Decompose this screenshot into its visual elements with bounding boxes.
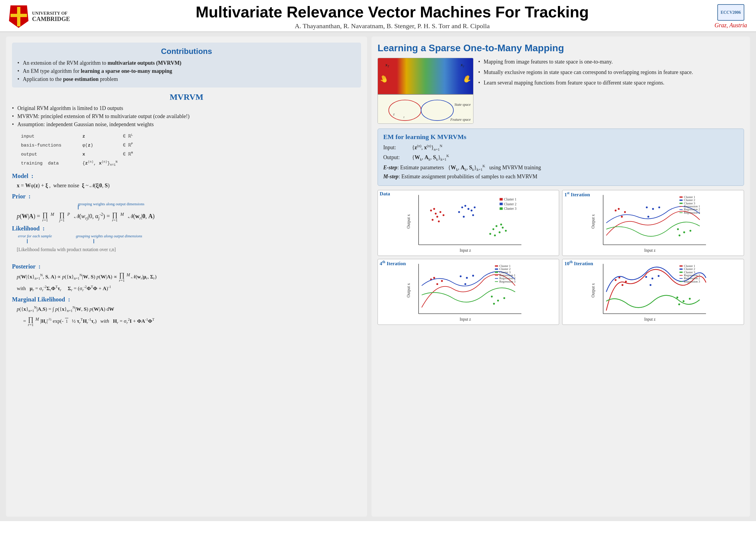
charts-grid: Data Input z Output x [378, 190, 744, 325]
svg-point-33 [494, 234, 496, 236]
contributions-title: Contributions [17, 47, 356, 56]
chart-10th-svg: Input z Output x Cluster 1 Cluster 2 Clu… [564, 261, 742, 323]
mapping-bullet-1: Mapping from image features to state spa… [478, 58, 744, 66]
svg-rect-34 [500, 198, 502, 200]
svg-text:Cluster 2: Cluster 2 [684, 199, 695, 202]
em-title: EM for learning K MVRVMs [383, 133, 738, 141]
svg-point-24 [472, 214, 474, 216]
chart-4th-label: 4th Iteration [380, 260, 406, 267]
em-input-label: Input: [383, 145, 407, 151]
contribution-2: An EM type algorithm for learning a spar… [17, 67, 356, 75]
xt-label: xT [385, 63, 389, 68]
var-training-label: training data [18, 159, 64, 168]
feature-space-curves: z r [378, 94, 473, 123]
mvrvm-bullet-3: Assumption: independent Gaussian noise, … [12, 120, 361, 128]
svg-point-55 [679, 234, 681, 236]
chart-data-label: Data [380, 191, 390, 197]
svg-point-51 [648, 216, 649, 218]
svg-text:Input z: Input z [460, 317, 471, 321]
svg-point-25 [463, 216, 465, 218]
arrow-1 [27, 239, 28, 243]
svg-text:Output x: Output x [406, 283, 411, 298]
svg-point-82 [503, 297, 505, 299]
svg-text:Regression 1: Regression 1 [684, 274, 700, 277]
svg-point-108 [677, 296, 678, 298]
var-input-sym: z [65, 132, 120, 141]
svg-text:Regression 2: Regression 2 [684, 208, 700, 211]
svg-point-16 [431, 219, 433, 221]
em-output-row: Output: {Wk, Ak, Sk}k=1K [383, 154, 738, 162]
svg-text:Cluster 3: Cluster 3 [499, 270, 511, 274]
chart-4th-svg: Input z Output x Cluster 1 Cluster 2 Clu… [379, 261, 558, 323]
svg-point-30 [505, 230, 507, 232]
main-content: Contributions An extension of the RVM al… [0, 32, 756, 521]
svg-point-53 [684, 231, 685, 233]
mvrvm-title: MVRVM [12, 92, 361, 102]
svg-text:r: r [403, 115, 405, 119]
conference-info: ECCV2006 Graz, Austria [715, 4, 747, 29]
svg-text:Regression 3: Regression 3 [684, 280, 700, 283]
svg-text:Regression 2: Regression 2 [684, 277, 700, 280]
svg-point-32 [500, 224, 502, 225]
svg-text:Cluster 3: Cluster 3 [504, 207, 517, 210]
svg-point-10 [430, 209, 432, 211]
university-name-block: UNIVERSITY OF CAMBRIDGE [32, 11, 70, 22]
posterior-with-formula: with μr = σr-2ΣrΦTτr Σr = (σr-2ΦTΦ + A)-… [17, 284, 361, 293]
chart-1st-label: 1st Iteration [564, 191, 590, 198]
paper-title-block: Multivariate Relevance Vector Machines F… [70, 3, 715, 30]
svg-text:Output x: Output x [591, 283, 595, 298]
university-branding: UNIVERSITY OF CAMBRIDGE [9, 5, 70, 28]
svg-point-12 [435, 212, 437, 214]
svg-point-107 [650, 284, 651, 286]
var-input-domain: ∈ ℝL [121, 132, 135, 141]
svg-point-28 [499, 231, 500, 233]
var-output-sym: x [65, 150, 120, 159]
svg-point-54 [689, 230, 691, 232]
svg-point-100 [615, 279, 617, 281]
mapping-bullet-3: Learn several mapping functions from fea… [478, 79, 744, 87]
likelihood-label: Likelihood : [12, 225, 361, 232]
var-basis-sym: φ(z) [65, 141, 120, 149]
svg-text:Regression 3: Regression 3 [499, 280, 515, 283]
svg-point-105 [652, 278, 654, 279]
cluster3-dots [489, 224, 507, 236]
em-mstep: M-step: Estimate assignment probabilitie… [383, 174, 738, 180]
svg-point-2 [389, 100, 421, 121]
svg-point-81 [497, 300, 499, 302]
svg-text:Cluster 2: Cluster 2 [499, 267, 511, 271]
em-input-formula: {z(n), x(n)}n=1N [412, 144, 442, 152]
svg-text:Regression 1: Regression 1 [684, 205, 700, 208]
likelihood-section: Likelihood : error for each sample group… [12, 225, 361, 260]
mvrvm-list: Original RVM algorithm is limited to 1D … [12, 104, 361, 128]
svg-point-80 [491, 295, 493, 297]
svg-point-18 [461, 206, 463, 208]
svg-text:Cluster 1: Cluster 1 [684, 264, 695, 268]
annot-group: grouping weights along output dimensions [76, 234, 142, 239]
svg-text:Output x: Output x [591, 214, 595, 228]
right-panel: Learning a Sparse One-to-Many Mapping 🤚 … [371, 37, 750, 517]
svg-point-13 [436, 216, 438, 218]
svg-point-47 [624, 211, 626, 213]
svg-point-22 [474, 206, 475, 208]
svg-rect-88 [495, 272, 498, 273]
page-header: UNIVERSITY OF CAMBRIDGE Multivariate Rel… [0, 0, 756, 32]
contribution-1: An extension of the RVM algorithm to mul… [17, 59, 356, 67]
svg-point-110 [689, 298, 691, 300]
var-training-sym: {z(n), x(n)}n=1N [65, 159, 120, 168]
right-section-title: Learning a Sparse One-to-Many Mapping [378, 42, 744, 54]
svg-point-27 [496, 225, 498, 227]
xj-label: xJ [461, 63, 464, 68]
contribution-3: Application to the pose estimation probl… [17, 75, 356, 83]
svg-text:Regression 3: Regression 3 [684, 211, 700, 214]
mapping-bullets-list: Mapping from image features to state spa… [478, 58, 744, 87]
svg-rect-1 [11, 14, 27, 17]
svg-rect-114 [680, 269, 683, 270]
svg-point-75 [441, 280, 443, 282]
svg-text:Cluster 3: Cluster 3 [684, 270, 695, 274]
em-input-row: Input: {z(n), x(n)}n=1N [383, 144, 738, 152]
svg-rect-60 [680, 202, 683, 204]
svg-point-83 [493, 303, 495, 305]
chart-data-svg: Input z Output x [379, 192, 558, 254]
posterior-label: Posterior : [12, 263, 361, 270]
likelihood-annotations: error for each sample grouping weights a… [18, 234, 361, 239]
